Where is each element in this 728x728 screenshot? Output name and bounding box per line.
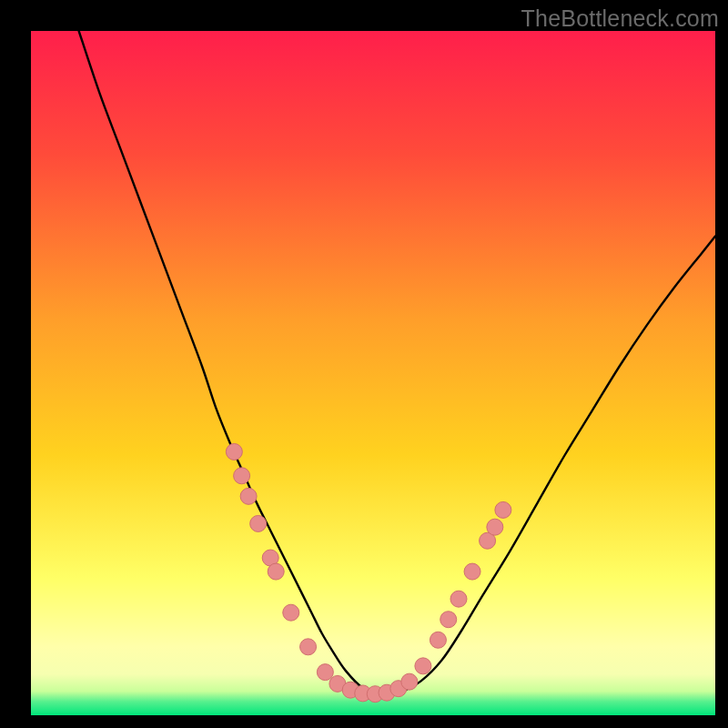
data-point	[300, 639, 317, 655]
data-point	[464, 563, 480, 580]
data-point	[415, 658, 431, 674]
data-point	[430, 632, 446, 648]
data-point	[240, 488, 257, 504]
data-point	[250, 515, 267, 531]
data-point	[487, 519, 503, 535]
data-point	[401, 673, 418, 690]
data-point	[440, 612, 457, 628]
watermark-text: TheBottleneck.com	[521, 5, 719, 32]
chart-frame: TheBottleneck.com	[0, 0, 728, 728]
data-point	[234, 468, 250, 484]
gradient-background	[31, 31, 715, 715]
data-point	[450, 591, 467, 607]
data-point	[268, 563, 284, 580]
data-point	[495, 501, 511, 518]
chart-plot-area	[31, 31, 715, 715]
data-point	[317, 664, 333, 681]
data-point	[283, 604, 299, 621]
data-point	[226, 443, 242, 460]
chart-svg	[31, 31, 715, 715]
